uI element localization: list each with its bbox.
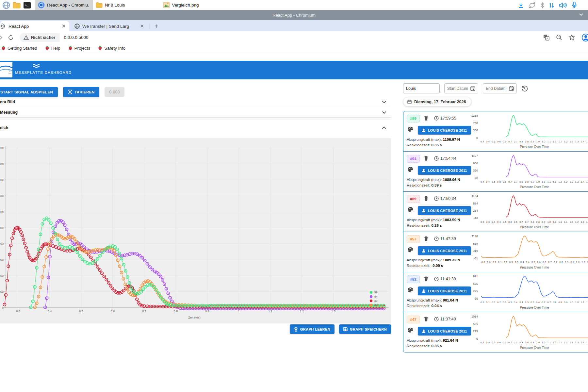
terminal-icon[interactable]: >_ (23, 1, 31, 9)
svg-text:0.5: 0.5 (79, 310, 83, 313)
taskbar-window-label: Vergleich.png (172, 3, 199, 8)
app-title: MESSPLATTE DASHBOARD (15, 71, 72, 74)
person-icon (422, 209, 426, 213)
delete-measurement-icon[interactable] (424, 236, 429, 241)
person-icon (422, 289, 426, 293)
taskbar-window-folder[interactable]: Nr 8 Louis (93, 0, 129, 10)
mini-chart-caption: Pressure Over Time (481, 225, 588, 229)
graph-clear-button[interactable]: GRAPH LEEREN (290, 324, 335, 334)
measurement-id-badge: #89 (407, 195, 420, 203)
url-text[interactable]: 0.0.0.0:5000 (64, 35, 88, 40)
start-date-field[interactable]: Start Datum (444, 83, 478, 93)
tab-wetransfer[interactable]: WeTransfer | Send Larg ✕ (71, 21, 148, 31)
section-kamera-bild[interactable]: era Bild (0, 97, 391, 107)
palette-icon[interactable] (407, 207, 414, 212)
tab-close-icon[interactable]: ✕ (61, 23, 67, 29)
svg-text:0.6: 0.6 (111, 310, 115, 313)
measurement-time: 11:41:39 (440, 277, 456, 281)
tare-readout: 0.000 (105, 87, 124, 97)
search-input[interactable] (403, 83, 440, 93)
tab-favicon-globe-icon (74, 24, 80, 29)
divider (0, 120, 391, 120)
bookmark-star-icon[interactable] (569, 34, 575, 41)
company-logo: ER ME (0, 62, 12, 77)
graph-save-button[interactable]: GRAPH SPEICHERN (339, 324, 391, 334)
tab-react-app[interactable]: React App ✕ (0, 21, 69, 31)
clock-icon (434, 196, 439, 201)
reload-icon[interactable] (8, 35, 14, 41)
bookmark-projects[interactable]: Projects (68, 46, 90, 51)
network-traffic-icon[interactable] (549, 2, 555, 8)
new-tab-button[interactable]: + (152, 22, 160, 30)
svg-text:0: 0 (2, 306, 4, 309)
raspberry-icon (1, 46, 6, 51)
profile-avatar[interactable] (581, 33, 588, 42)
tab-favicon (1, 24, 6, 29)
palette-icon[interactable] (407, 287, 414, 293)
mini-chart-caption: Pressure Over Time (481, 266, 588, 269)
section-vergleich[interactable]: eich (0, 123, 391, 133)
mini-chart-xticks: -0.00.00.10.10.20.30.30.40.40.50.60.60.7… (481, 261, 588, 264)
chevron-down-icon[interactable] (382, 101, 386, 104)
wave-icon (33, 63, 40, 69)
delete-measurement-icon[interactable] (424, 115, 429, 121)
palette-icon[interactable] (407, 126, 414, 132)
chromium-icon (38, 2, 45, 8)
measurement-time: 11:37:40 (440, 317, 456, 321)
taskbar-window-react-app[interactable]: React App - Chromiu. (35, 0, 93, 10)
palette-icon[interactable] (407, 167, 414, 172)
section-messung[interactable]: Messung (0, 107, 391, 117)
bluetooth-icon[interactable] (540, 2, 545, 8)
download-icon[interactable] (518, 2, 524, 8)
bookmark-help[interactable]: Help (45, 46, 60, 51)
measurement-time: 11:47:39 (440, 237, 456, 241)
raspberry-icon (68, 46, 73, 51)
start-signal-button[interactable]: START SIGNAL ABSPIELEN (0, 87, 58, 97)
chevron-down-icon[interactable] (382, 111, 386, 114)
svg-text:2000: 2000 (0, 146, 4, 150)
titlebar-chevron-down-icon[interactable] (579, 13, 583, 16)
measurement-time: 17:54:44 (440, 156, 456, 161)
file-manager-icon[interactable] (12, 1, 21, 9)
taskbar-window-image[interactable]: Vergleich.png (160, 0, 203, 10)
back-icon[interactable] (0, 35, 3, 40)
window-titlebar[interactable]: React App - Chromium (0, 10, 588, 20)
sync-icon[interactable] (529, 2, 536, 8)
mini-chart-xticks: 0.40.50.50.60.60.70.70.80.80.91.01.01.11… (481, 341, 588, 344)
force-value: Absprungkraft (max): 921.64 N (407, 338, 458, 342)
measurements-panel: Start Datum End Datum Dienstag, 17. Febr… (403, 83, 588, 352)
bookmark-getting-started[interactable]: Getting Started (1, 46, 37, 51)
save-icon (343, 327, 348, 331)
mini-chart-yticks: 1014595295-5 (461, 315, 478, 340)
person-icon (422, 329, 426, 333)
mini-chart-xticks: 0.30.30.40.40.50.60.60.70.70.80.80.91.01… (481, 220, 588, 223)
delete-measurement-icon[interactable] (424, 155, 429, 161)
svg-text:800: 800 (0, 242, 4, 245)
security-chip[interactable]: Nicht sicher (20, 33, 60, 42)
vergleich-chart: 02004006008001000120014001600180020000.3… (0, 138, 391, 323)
measurement-card: #57 11:47:39 LOUIS CHEROSE 2011 Absprung… (403, 232, 588, 272)
bookmark-safety-info[interactable]: Safety Info (98, 46, 125, 51)
zoom-out-icon[interactable] (556, 34, 562, 41)
svg-text:1800: 1800 (0, 162, 4, 166)
divider (0, 107, 391, 107)
palette-icon[interactable] (407, 247, 414, 253)
measurement-id-badge: #57 (407, 235, 420, 243)
person-icon (422, 249, 426, 253)
mini-chart-yticks: 991575275-25 (461, 275, 478, 300)
calendar-icon (407, 100, 412, 104)
volume-icon[interactable] (559, 2, 567, 8)
chevron-up-icon[interactable] (382, 126, 386, 129)
tab-close-icon[interactable]: ✕ (139, 23, 145, 29)
globe-launcher-icon[interactable] (2, 1, 10, 9)
end-date-field[interactable]: End Datum (483, 83, 517, 93)
delete-measurement-icon[interactable] (424, 316, 429, 322)
microphone-icon[interactable] (572, 2, 577, 8)
date-group-header: Dienstag, 17. Februar 2026 (403, 97, 471, 106)
delete-measurement-icon[interactable] (424, 196, 429, 201)
translate-icon[interactable]: GA (543, 34, 549, 41)
palette-icon[interactable] (407, 327, 414, 333)
delete-measurement-icon[interactable] (424, 276, 429, 282)
tare-button[interactable]: TARIEREN (63, 87, 99, 97)
history-icon[interactable] (521, 85, 528, 92)
